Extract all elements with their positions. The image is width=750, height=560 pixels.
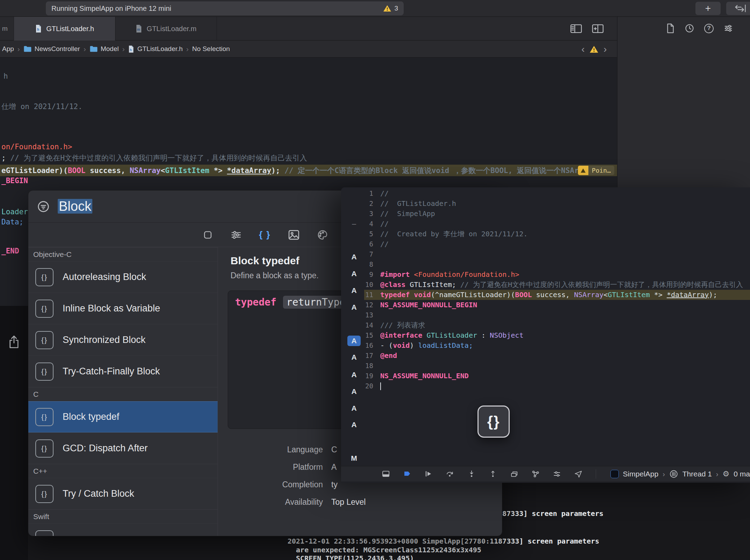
previous-issue-chevron[interactable]: ‹ [581, 44, 585, 54]
code-token: loadListData; [418, 341, 473, 350]
line-code [380, 361, 750, 371]
snippet-item[interactable]: {}Block typedef [28, 401, 218, 432]
braces-icon: {} [487, 413, 500, 430]
add-editor-icon[interactable] [592, 24, 604, 34]
next-issue-chevron[interactable]: › [603, 44, 607, 54]
line-code: // SimpelApp [380, 209, 750, 219]
warning-line[interactable]: eGTListLoader)(BOOL success, NSArray<GTL… [0, 165, 617, 176]
console-line: are unexpected: MGScreenClass1125x2436x3… [288, 546, 481, 554]
warning-badge[interactable]: Poin… [578, 166, 614, 175]
code-line[interactable]: 6// [341, 239, 750, 249]
code-line[interactable]: 11typedef void(^nameGTListLoader)(BOOL s… [341, 290, 750, 300]
editor-controls [570, 17, 604, 41]
breadcrumb-selection[interactable]: No Selection [192, 45, 230, 53]
breadcrumb-project[interactable]: App [2, 45, 14, 53]
file-inspector-icon[interactable] [666, 23, 675, 34]
code-line[interactable]: 20 [341, 381, 750, 391]
code-line[interactable]: 12NS_ASSUME_NONNULL_BEGIN [341, 300, 750, 310]
line-code: // [380, 219, 750, 229]
run-status-text: Running SimpelApp on iPhone 12 mini [51, 5, 171, 13]
step-over-icon[interactable] [446, 469, 454, 479]
library-filter-icon[interactable] [37, 200, 50, 213]
thread-label[interactable]: Thread 1 [682, 470, 712, 478]
snippet-item[interactable]: {}Try-Catch-Finally Block [28, 356, 218, 387]
step-into-icon[interactable] [467, 469, 476, 479]
breadcrumb-newscontroller[interactable]: NewsController [23, 45, 80, 53]
continue-execution-icon[interactable] [424, 469, 433, 479]
process-name[interactable]: SimpelApp [623, 470, 659, 478]
code-line[interactable]: 18 [341, 361, 750, 371]
quick-help-icon[interactable]: ? [704, 24, 714, 33]
code-line[interactable]: 15@interface GTListLoader : NSObject [341, 330, 750, 340]
media-library-icon[interactable] [288, 229, 300, 240]
memory-graph-icon[interactable] [531, 469, 540, 479]
field-value: A [331, 462, 337, 472]
add-button[interactable]: + [695, 2, 721, 15]
breadcrumb-model[interactable]: Model [90, 45, 119, 53]
toolbar: Running SimpelApp on iPhone 12 mini 3 + [0, 0, 750, 17]
code-line[interactable]: 2// GTListLoader.h [341, 199, 750, 209]
code-line[interactable]: 3// SimpelApp [341, 209, 750, 219]
step-out-icon[interactable] [489, 469, 497, 479]
view-hierarchy-icon[interactable] [510, 469, 518, 479]
code-token: eGTListLoader)( [1, 166, 68, 175]
code-line[interactable]: 9#import <Foundation/Foundation.h> [341, 270, 750, 280]
breakpoints-toggle-icon[interactable] [403, 469, 411, 479]
views-library-icon[interactable] [202, 229, 213, 240]
code-placeholder-token[interactable]: returnType [283, 296, 349, 309]
snippet-item[interactable]: {}GCD: Dispatch After [28, 432, 218, 464]
simulate-location-icon[interactable] [574, 469, 582, 479]
code-line[interactable]: 4// [341, 219, 750, 229]
color-library-icon[interactable] [317, 229, 328, 240]
code-line[interactable]: 10@class GTLIstItem; // 为了避免在H文件中过度的引入依赖… [341, 280, 750, 290]
annotation-column: –AAAAAAAAAAMMA [341, 187, 364, 465]
change-annotation: A [347, 419, 361, 430]
code-line[interactable]: 7 [341, 249, 750, 259]
snippet-label: Autoreleasing Block [63, 272, 146, 282]
share-upload-icon[interactable] [8, 335, 20, 349]
environment-overrides-icon[interactable] [553, 469, 561, 479]
tab-label: GTListLoader.h [46, 25, 94, 33]
app-icon [610, 470, 619, 478]
breadcrumb-file[interactable]: h GTListLoader.h [128, 45, 183, 53]
editor-options-icon[interactable] [570, 24, 582, 34]
issue-navigation: ‹ › [581, 41, 607, 58]
snippet-item[interactable]: {}Autoreleasing Block [28, 261, 218, 293]
snippet-section-header: C [28, 387, 218, 401]
code-token: #import [380, 270, 410, 279]
code-line[interactable]: 14/// 列表请求 [341, 320, 750, 330]
warning-count-badge[interactable]: 3 [383, 5, 398, 12]
code-token: // [380, 220, 389, 228]
floating-editor-window: 1//2// GTListLoader.h3// SimpelApp4//5//… [341, 187, 750, 483]
snippet-item[interactable]: {}Inline Block as Variable [28, 293, 218, 324]
history-clock-icon[interactable] [685, 23, 694, 33]
adjust-filter-icon[interactable] [723, 23, 733, 33]
inspector-panel: ? [617, 17, 750, 187]
code-line[interactable]: 1// [341, 188, 750, 199]
snippet-item[interactable]: {}Synchronized Block [28, 324, 218, 356]
code-token: typedef [235, 296, 282, 308]
tab-overflow[interactable]: m [0, 17, 14, 41]
activity-status-bar[interactable]: Running SimpelApp on iPhone 12 mini 3 [46, 1, 404, 15]
code-line[interactable]: 16- (void) loadListData; [341, 340, 750, 351]
hide-debug-area-icon[interactable] [382, 469, 390, 479]
code-line[interactable]: 5// Created by 李仕增 on 2021/11/12. [341, 229, 750, 239]
debug-bar: SimpelApp › Thread 1 › ⚙ 0 ma [341, 466, 750, 482]
code-line[interactable]: 13 [341, 310, 750, 320]
modifiers-library-icon[interactable] [230, 229, 242, 240]
code-token: ); [709, 290, 717, 299]
issue-warning-icon[interactable] [589, 45, 599, 53]
code-line[interactable]: 17@end [341, 351, 750, 361]
snippet-item[interactable]: {} [28, 523, 218, 536]
tab-gtlistloader-m[interactable]: m GTListLoader.m [115, 17, 217, 41]
code-line[interactable]: 8 [341, 259, 750, 270]
snippets-library-icon[interactable]: { } [259, 229, 270, 240]
snippet-item[interactable]: {}Try / Catch Block [28, 478, 218, 509]
library-search-input[interactable]: Block [58, 199, 92, 214]
gear-icon[interactable]: ⚙ [723, 469, 730, 479]
drag-snippet-ghost[interactable]: {} [477, 405, 510, 438]
breadcrumb-label: NewsController [35, 45, 80, 53]
tab-gtlistloader-h[interactable]: h GTListLoader.h [14, 17, 115, 41]
code-line[interactable]: 19NS_ASSUME_NONNULL_END [341, 371, 750, 381]
window-arrange-button[interactable] [726, 2, 750, 15]
